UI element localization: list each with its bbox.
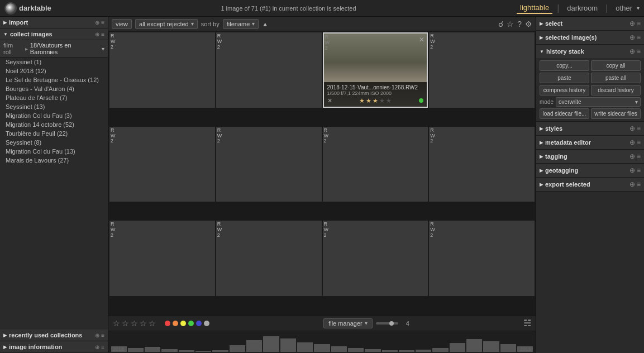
image-cell-8[interactable]: RW2 xyxy=(429,127,535,202)
tagging-section: ▶ tagging ⊕ ≡ xyxy=(536,150,644,164)
image-thumbnail-7: RW2 xyxy=(323,127,428,202)
selected-images-header[interactable]: ▶ selected image(s) ⊕ ≡ xyxy=(536,31,644,44)
nav-sep-1: | xyxy=(557,3,559,13)
image-cell-12[interactable]: RW2 xyxy=(429,221,535,296)
sort-select[interactable]: filename ▾ xyxy=(223,19,259,29)
star-2[interactable]: ★ xyxy=(366,97,371,104)
list-item[interactable]: Migration Col du Fau (13) xyxy=(0,147,108,156)
nav-other-wrap[interactable]: other ▾ xyxy=(612,3,640,13)
image-cell-11[interactable]: RW2 xyxy=(323,221,428,296)
recently-used-header[interactable]: ▶ recently used collections ⊕ ≡ xyxy=(0,330,108,341)
list-item[interactable]: Migration Col du Fau (3) xyxy=(0,111,108,120)
file-manager-btn[interactable]: file manager ▾ xyxy=(323,318,373,328)
image-cell-7[interactable]: RW2 xyxy=(323,127,428,202)
collect-images-header[interactable]: ▼ collect images ⊕ ≡ xyxy=(0,28,108,40)
film-roll-select[interactable]: 18/Vautours en Baronnies ▾ xyxy=(30,42,104,55)
hist-bar xyxy=(263,336,279,352)
hist-bar xyxy=(432,348,448,352)
nav-sep-2: | xyxy=(605,3,608,13)
image-cell-5[interactable]: RW2 xyxy=(109,127,215,202)
copy-button[interactable]: copy... xyxy=(540,60,589,71)
list-item[interactable]: Bourges - Val d'Auron (4) xyxy=(0,84,108,93)
import-actions: ⊕ ≡ xyxy=(95,20,104,26)
filter-star-2[interactable]: ☆ xyxy=(122,319,129,328)
view-select[interactable]: view xyxy=(112,19,132,29)
image-cell-4[interactable]: RW2 xyxy=(429,32,535,108)
styles-header[interactable]: ▶ styles ⊕ ≡ xyxy=(536,122,644,135)
star-5[interactable]: ★ xyxy=(386,97,392,104)
export-selected-header[interactable]: ▶ export selected ⊕ ≡ xyxy=(536,178,644,191)
select-header[interactable]: ▶ select ⊕ ≡ xyxy=(536,17,644,30)
list-item[interactable]: Seyssinet (8) xyxy=(0,138,108,147)
import-section-header[interactable]: ▶ import ⊕ ≡ xyxy=(0,17,108,28)
color-dot-orange[interactable] xyxy=(173,321,178,326)
select-label: ▶ select xyxy=(540,20,562,27)
color-dot-blue[interactable] xyxy=(196,321,202,326)
star-4[interactable]: ★ xyxy=(379,97,385,104)
raw-badge-8: RW2 xyxy=(430,128,435,145)
list-item[interactable]: Plateau de l'Arselle (7) xyxy=(0,93,108,102)
nav-other[interactable]: other xyxy=(612,3,636,13)
nav-darkroom[interactable]: darkroom xyxy=(564,3,601,13)
nav-lighttable[interactable]: lighttable xyxy=(517,2,552,14)
compress-history-button[interactable]: compress history xyxy=(540,85,589,96)
film-roll-chevron: ▾ xyxy=(102,46,104,52)
list-item[interactable]: Migration 14 octobre (52) xyxy=(0,120,108,129)
color-dot-yellow[interactable] xyxy=(180,321,186,326)
gear-icon[interactable]: ⚙ xyxy=(525,20,532,28)
filter-select[interactable]: all except rejected ▾ xyxy=(135,19,198,29)
list-item[interactable]: Marais de Lavours (27) xyxy=(0,156,108,165)
copy-all-button[interactable]: copy all xyxy=(591,60,641,71)
help-icon[interactable]: ? xyxy=(517,20,522,28)
star-3[interactable]: ★ xyxy=(373,97,378,104)
filter-star-4[interactable]: ☆ xyxy=(140,319,147,328)
collection-list: Seyssinet (1) Noël 2018 (12) Le Sel de B… xyxy=(0,58,108,165)
image-cell-2[interactable]: RW2 xyxy=(216,32,322,108)
image-cell-selected[interactable]: RW2 ✕ 2018-12-15-Vaut...onnies-1268.RW2 … xyxy=(323,32,428,108)
zoom-slider-track xyxy=(376,322,398,325)
search-icon[interactable]: ☌ xyxy=(498,20,503,28)
styles-label: ▶ styles xyxy=(540,125,562,132)
zoom-slider[interactable] xyxy=(376,322,398,325)
hist-bar xyxy=(331,346,347,352)
raw-badge-12: RW2 xyxy=(430,222,435,238)
image-cell-10[interactable]: RW2 xyxy=(216,221,322,296)
image-info-label: ▶ image information xyxy=(3,344,62,350)
metadata-editor-header[interactable]: ▶ metadata editor ⊕ ≡ xyxy=(536,136,644,149)
paste-button[interactable]: paste xyxy=(540,73,589,83)
mode-select[interactable]: overwrite ▾ xyxy=(556,97,641,107)
main-area: ▶ import ⊕ ≡ ▼ collect images ⊕ ≡ film r… xyxy=(0,17,644,353)
list-item[interactable]: Seyssinet (1) xyxy=(0,58,108,66)
load-sidecar-button[interactable]: load sidecar file... xyxy=(540,108,589,119)
star-1[interactable]: ★ xyxy=(359,97,365,104)
list-item[interactable]: Le Sel de Bretagne - Oiseaux (12) xyxy=(0,75,108,84)
filter-star-3[interactable]: ☆ xyxy=(131,319,138,328)
image-cell-9[interactable]: RW2 xyxy=(109,221,215,296)
filter-star-5[interactable]: ☆ xyxy=(149,319,156,328)
filter-star-1[interactable]: ☆ xyxy=(113,319,120,328)
list-item[interactable]: Seyssinet (13) xyxy=(0,102,108,111)
monitor-icon[interactable]: ☵ xyxy=(523,318,531,328)
image-cell-6[interactable]: RW2 xyxy=(216,127,322,202)
paste-all-button[interactable]: paste all xyxy=(591,73,641,83)
reject-icon[interactable]: ✕ xyxy=(327,97,332,104)
color-dot-gray[interactable] xyxy=(204,321,209,326)
select-section: ▶ select ⊕ ≡ xyxy=(536,17,644,31)
selected-info-box: 2018-12-15-Vaut...onnies-1268.RW2 1/500 … xyxy=(324,82,427,107)
image-cell-1[interactable]: RW2 xyxy=(109,32,215,108)
close-icon[interactable]: ✕ xyxy=(419,36,424,44)
sort-direction-icon[interactable]: ▲ xyxy=(262,21,268,27)
tagging-header[interactable]: ▶ tagging ⊕ ≡ xyxy=(536,150,644,163)
write-sidecar-button[interactable]: write sidecar files xyxy=(591,108,641,119)
list-item[interactable]: Tourbière du Peuil (22) xyxy=(0,129,108,138)
color-dot-red[interactable] xyxy=(165,321,170,326)
history-stack-header[interactable]: ▼ history stack ⊕ ≡ xyxy=(536,45,644,58)
styles-triangle: ▶ xyxy=(540,126,543,131)
image-thumbnail-8: RW2 xyxy=(429,127,535,202)
geotagging-header[interactable]: ▶ geotagging ⊕ ≡ xyxy=(536,164,644,177)
star-icon[interactable]: ☆ xyxy=(507,20,514,28)
image-info-header[interactable]: ▶ image information ⊕ ≡ xyxy=(0,341,108,353)
color-dot-green[interactable] xyxy=(188,321,194,326)
discard-history-button[interactable]: discard history xyxy=(591,85,641,96)
list-item[interactable]: Noël 2018 (12) xyxy=(0,66,108,75)
